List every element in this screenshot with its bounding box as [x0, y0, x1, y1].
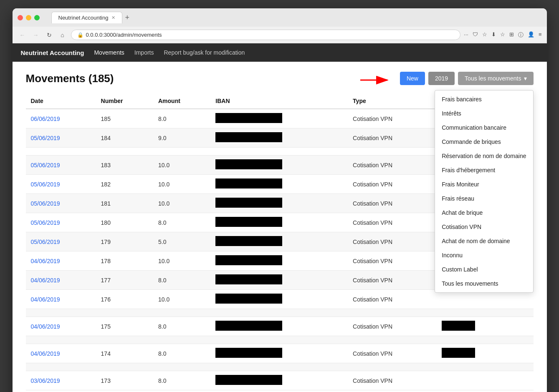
minimize-button[interactable] — [26, 15, 31, 20]
cell-number: 184 — [96, 128, 153, 148]
date-link[interactable]: 05/06/2019 — [31, 239, 60, 245]
cell-iban — [210, 175, 348, 194]
dropdown-item-commande[interactable]: Commande de briques — [435, 135, 533, 149]
cell-type: Cotisation VPN — [348, 251, 437, 271]
col-type: Type — [348, 93, 437, 109]
window-controls — [18, 15, 40, 20]
tab-close-icon[interactable]: ✕ — [111, 15, 115, 20]
cell-amount: 10.0 — [153, 251, 210, 271]
dropdown-item-reservation[interactable]: Réservation de nom de domaine — [435, 149, 533, 163]
more-icon[interactable]: ··· — [464, 31, 468, 39]
dropdown-item-reseau[interactable]: Frais réseau — [435, 191, 533, 206]
col-date: Date — [26, 93, 96, 109]
cell-number: 176 — [96, 290, 153, 309]
forward-button[interactable]: → — [31, 30, 41, 40]
table-row — [26, 309, 534, 317]
shield-icon[interactable]: 🛡 — [473, 31, 478, 39]
cell-amount: 8.0 — [153, 344, 210, 363]
cell-number: 185 — [96, 109, 153, 128]
close-button[interactable] — [18, 15, 23, 20]
date-link[interactable]: 04/06/2019 — [31, 277, 60, 284]
help-icon[interactable]: ⓘ — [518, 31, 524, 39]
date-link[interactable]: 05/06/2019 — [31, 200, 60, 207]
cell-iban — [210, 194, 348, 213]
date-link[interactable]: 04/06/2019 — [31, 296, 60, 303]
app-title: Neutrinet Accounting — [21, 49, 84, 56]
header-controls: New 2019 Tous les mouvements ▾ Frais ban… — [400, 72, 534, 85]
cell-number: 174 — [96, 344, 153, 363]
col-iban: IBAN — [210, 93, 348, 109]
refresh-button[interactable]: ↻ — [44, 30, 54, 40]
filter-dropdown-button[interactable]: Tous les mouvements ▾ — [458, 72, 533, 85]
date-link[interactable]: 05/06/2019 — [31, 135, 60, 141]
cell-amount: 5.0 — [153, 232, 210, 251]
cell-number: 173 — [96, 371, 153, 390]
cell-amount: 10.0 — [153, 194, 210, 213]
dropdown-item-custom-label[interactable]: Custom Label — [435, 262, 533, 276]
new-button[interactable]: New — [400, 72, 425, 85]
star-icon[interactable]: ☆ — [482, 31, 487, 39]
cell-number: 183 — [96, 156, 153, 175]
dropdown-item-cotisation[interactable]: Cotisation VPN — [435, 220, 533, 234]
maximize-button[interactable] — [34, 15, 40, 20]
grid-icon[interactable]: ⊞ — [509, 31, 514, 39]
download-icon[interactable]: ⬇ — [491, 31, 496, 39]
cell-amount: 8.0 — [153, 109, 210, 128]
filter-dropdown-menu: Frais bancaires Intérêts Communication b… — [435, 90, 533, 293]
profile-icon[interactable]: ☆ — [500, 31, 505, 39]
nav-movements[interactable]: Movements — [94, 49, 124, 56]
home-button[interactable]: ⌂ — [58, 30, 68, 40]
dropdown-item-achat-domaine[interactable]: Achat de nom de domaine — [435, 234, 533, 248]
active-tab[interactable]: Neutrinet Accounting ✕ — [51, 12, 123, 23]
cell-iban — [210, 156, 348, 175]
date-link[interactable]: 05/06/2019 — [31, 219, 60, 226]
date-link[interactable]: 06/06/2019 — [31, 116, 60, 122]
page-header: Movements (185) New 2019 Tous les mouvem… — [26, 72, 534, 85]
cell-type: Cotisation VPN — [348, 156, 437, 175]
date-link[interactable]: 03/06/2019 — [31, 377, 60, 384]
dropdown-item-moniteur[interactable]: Frais Moniteur — [435, 177, 533, 191]
page-title-area: Movements (185) — [26, 72, 114, 85]
dropdown-item-tous[interactable]: Tous les mouvements — [435, 276, 533, 291]
cell-type: Cotisation VPN — [348, 371, 437, 390]
cell-type: Cotisation VPN — [348, 213, 437, 232]
cell-number: 178 — [96, 251, 153, 271]
cell-type: Cotisation VPN — [348, 232, 437, 251]
cell-type: Cotisation VPN — [348, 128, 437, 148]
cell-type: Cotisation VPN — [348, 194, 437, 213]
account-icon[interactable]: 👤 — [528, 31, 534, 39]
tab-title: Neutrinet Accounting — [58, 15, 109, 21]
cell-communication — [437, 344, 534, 363]
cell-iban — [210, 232, 348, 251]
dropdown-item-inconnu[interactable]: Inconnu — [435, 248, 533, 262]
dropdown-item-communication[interactable]: Communication bancaire — [435, 121, 533, 135]
url-bar[interactable]: 🔒 0.0.0.0:3000/admin/movements — [71, 30, 461, 40]
dropdown-item-hebergement[interactable]: Frais d'hébergement — [435, 163, 533, 177]
table-row: 04/06/2019 174 8.0 Cotisation VPN — [26, 344, 534, 363]
app-nav: Neutrinet Accounting Movements Imports R… — [13, 43, 547, 62]
dropdown-item-interets[interactable]: Intérêts — [435, 106, 533, 121]
table-row: 04/06/2019 175 8.0 Cotisation VPN — [26, 317, 534, 336]
new-tab-icon[interactable]: + — [125, 13, 129, 22]
cell-type: Cotisation VPN — [348, 271, 437, 290]
cell-iban — [210, 251, 348, 271]
dropdown-item-achat-brique[interactable]: Achat de brique — [435, 206, 533, 220]
cell-number: 182 — [96, 175, 153, 194]
date-link[interactable]: 04/06/2019 — [31, 323, 60, 330]
dropdown-item-frais-bancaires[interactable]: Frais bancaires — [435, 92, 533, 106]
cell-iban — [210, 128, 348, 148]
nav-imports[interactable]: Imports — [134, 49, 154, 56]
cell-iban — [210, 109, 348, 128]
year-button[interactable]: 2019 — [428, 72, 455, 85]
col-number: Number — [96, 93, 153, 109]
back-button[interactable]: ← — [18, 30, 28, 40]
cell-number: 175 — [96, 317, 153, 336]
nav-report[interactable]: Report bug/ask for modification — [164, 49, 245, 56]
date-link[interactable]: 04/06/2019 — [31, 350, 60, 357]
date-link[interactable]: 05/06/2019 — [31, 162, 60, 168]
menu-icon[interactable]: ≡ — [539, 31, 542, 39]
cell-iban — [210, 271, 348, 290]
date-link[interactable]: 05/06/2019 — [31, 181, 60, 188]
date-link[interactable]: 04/06/2019 — [31, 258, 60, 264]
cell-type: Cotisation VPN — [348, 317, 437, 336]
